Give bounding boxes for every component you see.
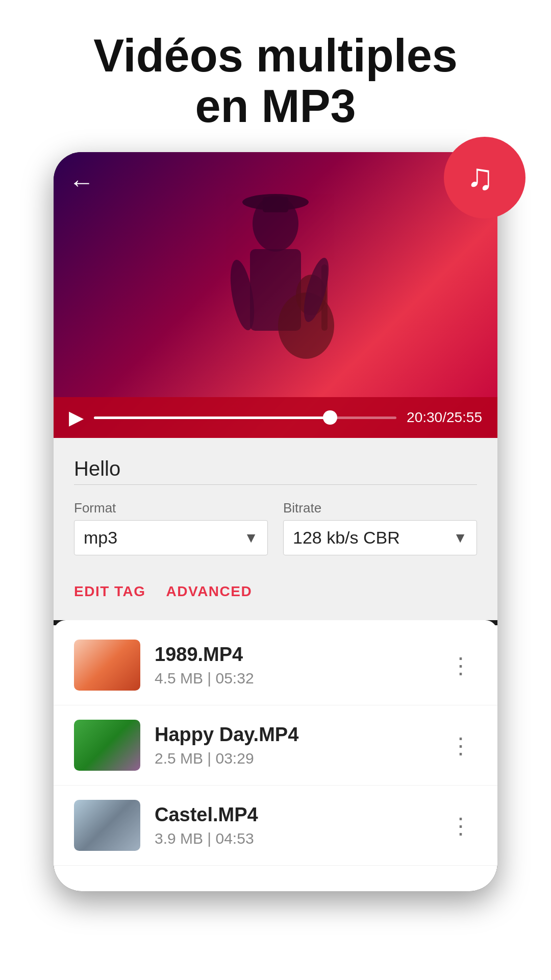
progress-bar[interactable] [94,416,396,419]
filename-input[interactable] [74,453,477,485]
file-info-3: Castel.MP4 3.9 MB | 04:53 [155,804,444,847]
phone-bottom-bar [54,871,497,891]
video-player: ← ▶ 20:30/25:55 [54,152,497,438]
format-value: mp3 [84,528,117,548]
converter-panel: Format mp3 ▼ Bitrate 128 kb/s CBR ▼ EDIT… [54,438,497,620]
phone-container: ♫ ← [0,152,551,891]
file-thumbnail-2 [74,720,140,771]
phone-frame: ← ▶ 20:30/25:55 Format mp3 [54,152,497,891]
advanced-button[interactable]: ADVANCED [166,578,253,605]
file-meta-3: 3.9 MB | 04:53 [155,830,444,847]
person-silhouette [189,193,362,407]
video-controls: ▶ 20:30/25:55 [54,397,497,438]
time-display: 20:30/25:55 [407,409,482,426]
chevron-down-icon: ▼ [244,530,258,546]
list-item: Happy Day.MP4 2.5 MB | 03:29 ⋮ [54,705,497,786]
file-info-2: Happy Day.MP4 2.5 MB | 03:29 [155,724,444,767]
chevron-down-icon-2: ▼ [453,530,467,546]
progress-fill [94,416,330,419]
music-badge: ♫ [444,137,525,218]
format-label: Format [74,500,268,516]
format-select[interactable]: mp3 ▼ [74,520,268,555]
format-row: Format mp3 ▼ Bitrate 128 kb/s CBR ▼ [74,500,477,555]
bitrate-value: 128 kb/s CBR [293,528,400,548]
file-name-1: 1989.MP4 [155,644,444,666]
action-buttons: EDIT TAG ADVANCED [74,568,477,610]
file-thumbnail-1 [74,640,140,691]
svg-rect-9 [263,197,288,212]
bitrate-group: Bitrate 128 kb/s CBR ▼ [283,500,477,555]
file-name-2: Happy Day.MP4 [155,724,444,746]
file-menu-button-3[interactable]: ⋮ [444,807,477,844]
file-menu-button-2[interactable]: ⋮ [444,727,477,764]
bitrate-select[interactable]: 128 kb/s CBR ▼ [283,520,477,555]
edit-tag-button[interactable]: EDIT TAG [74,578,146,605]
file-menu-button-1[interactable]: ⋮ [444,647,477,683]
play-button[interactable]: ▶ [69,406,84,429]
file-meta-2: 2.5 MB | 03:29 [155,750,444,767]
format-group: Format mp3 ▼ [74,500,268,555]
svg-text:♫: ♫ [466,156,494,197]
bitrate-label: Bitrate [283,500,477,516]
file-list: 1989.MP4 4.5 MB | 05:32 ⋮ Happy Day.MP4 … [54,620,497,871]
progress-thumb [323,410,337,425]
music-note-icon: ♫ [462,155,508,201]
file-name-3: Castel.MP4 [155,804,444,826]
page-title: Vidéos multiples en MP3 [41,31,510,132]
list-item: Castel.MP4 3.9 MB | 04:53 ⋮ [54,786,497,866]
page-header: Vidéos multiples en MP3 [0,0,551,152]
file-meta-1: 4.5 MB | 05:32 [155,670,444,687]
list-item: 1989.MP4 4.5 MB | 05:32 ⋮ [54,625,497,705]
file-thumbnail-3 [74,800,140,851]
back-button[interactable]: ← [69,167,94,197]
file-info-1: 1989.MP4 4.5 MB | 05:32 [155,644,444,687]
